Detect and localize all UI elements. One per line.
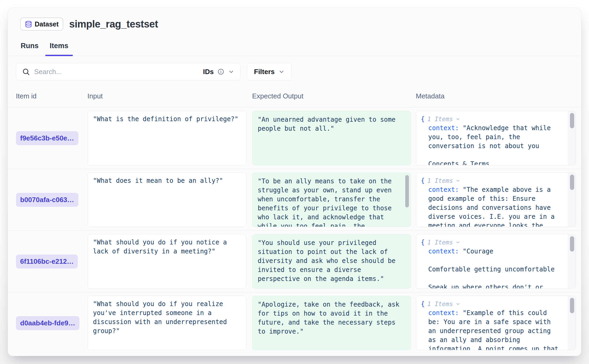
json-body: context: "Courage Comfortable getting un… xyxy=(428,247,561,289)
json-root-line: { 1 Items xyxy=(421,115,576,124)
search-input[interactable] xyxy=(34,68,203,76)
json-key: context xyxy=(428,186,455,193)
info-icon[interactable] xyxy=(217,68,224,75)
dataset-badge-label: Dataset xyxy=(35,20,59,28)
metadata-column: { 1 Items context: "Acknowledge that whi… xyxy=(416,107,576,169)
toolbar: IDs Filters xyxy=(16,63,581,80)
metadata-scrollbar[interactable] xyxy=(568,111,576,165)
scrollbar-thumb[interactable] xyxy=(570,236,574,252)
table-body: f9e56c3b-e50e… "What is the definition o… xyxy=(8,107,581,354)
input-column: "What is the definition of privilege?" xyxy=(87,107,252,169)
metadata-cell[interactable]: { 1 Items context: "The example above is… xyxy=(416,172,576,227)
search-scope-selector[interactable]: IDs xyxy=(203,68,234,76)
json-key: context xyxy=(428,309,455,317)
json-open-brace: { xyxy=(421,115,425,123)
input-cell[interactable]: "What is the definition of privilege?" xyxy=(87,111,246,165)
search-input-container[interactable]: IDs xyxy=(16,63,240,80)
search-scope-label: IDs xyxy=(203,68,214,76)
json-open-brace: { xyxy=(421,300,425,308)
metadata-scrollbar[interactable] xyxy=(568,234,576,288)
chevron-down-icon[interactable] xyxy=(456,302,460,306)
json-body: context: "Acknowledge that while you, to… xyxy=(428,124,561,165)
expected-output-text: "You should use your privileged situatio… xyxy=(258,238,400,283)
json-root-line: { 1 Items xyxy=(421,238,576,247)
json-colon: : xyxy=(455,186,463,193)
json-colon: : xyxy=(455,124,463,132)
expected-output-cell[interactable]: "Apologize, take on the feedback, ask fo… xyxy=(252,296,411,350)
metadata-scrollbar[interactable] xyxy=(568,296,576,350)
dataset-badge[interactable]: Dataset xyxy=(20,17,63,31)
expected-output-cell[interactable]: "An unearned advantage given to some peo… xyxy=(252,111,411,165)
table-row: d0aab4eb-fde9… "What should you do if yo… xyxy=(8,292,581,354)
expected-output-text: "An unearned advantage given to some peo… xyxy=(258,115,400,133)
table-row: b0070afa-c063… "What does it mean to be … xyxy=(8,169,581,231)
json-items-count[interactable]: 1 Items xyxy=(427,177,453,184)
scrollbar-thumb[interactable] xyxy=(570,298,574,313)
metadata-column: { 1 Items context: "Example of this coul… xyxy=(416,292,576,354)
filters-button[interactable]: Filters xyxy=(247,63,292,80)
tab-items[interactable]: Items xyxy=(50,42,69,56)
json-colon: : xyxy=(455,309,463,317)
json-colon: : xyxy=(455,248,463,255)
expected-output-column: "You should use your privileged situatio… xyxy=(252,231,416,292)
json-key: context xyxy=(428,124,455,132)
metadata-cell[interactable]: { 1 Items context: "Courage Comfortable … xyxy=(416,234,576,289)
filters-button-label: Filters xyxy=(254,68,275,76)
scrollbar-thumb[interactable] xyxy=(570,113,574,128)
item-id-badge[interactable]: b0070afa-c063… xyxy=(16,193,78,207)
scrollbar-thumb[interactable] xyxy=(405,175,409,207)
tab-runs[interactable]: Runs xyxy=(21,42,39,56)
metadata-cell[interactable]: { 1 Items context: "Acknowledge that whi… xyxy=(416,111,576,165)
json-root-line: { 1 Items xyxy=(421,299,576,308)
json-items-count[interactable]: 1 Items xyxy=(427,116,453,122)
chevron-down-icon[interactable] xyxy=(456,178,460,183)
expected-output-text: "Apologize, take on the feedback, ask fo… xyxy=(258,300,400,336)
input-column: "What should you do if you notice a lack… xyxy=(87,231,252,292)
item-id-badge[interactable]: d0aab4eb-fde9… xyxy=(16,316,79,330)
search-icon xyxy=(22,68,30,76)
chevron-down-icon[interactable] xyxy=(456,117,460,121)
column-header-input: Input xyxy=(87,92,252,100)
metadata-scrollbar[interactable] xyxy=(568,173,576,227)
expected-output-column: "An unearned advantage given to some peo… xyxy=(252,107,416,169)
chevron-down-icon xyxy=(228,69,234,75)
chevron-down-icon xyxy=(278,69,285,75)
item-id-cell: 6f1106bc-e212… xyxy=(16,231,87,292)
expected-output-cell[interactable]: "You should use your privileged situatio… xyxy=(252,234,411,289)
metadata-column: { 1 Items context: "The example above is… xyxy=(416,169,576,230)
tab-bar: Runs Items xyxy=(8,42,581,56)
input-text: "What should you do if you notice a lack… xyxy=(93,238,240,256)
input-cell[interactable]: "What should you do if you notice a lack… xyxy=(87,234,246,289)
scrollbar-thumb[interactable] xyxy=(570,175,574,190)
expected-output-column: "To be an ally means to take on the stru… xyxy=(252,169,416,230)
input-text: "What does it mean to be an ally?" xyxy=(93,176,240,185)
chevron-down-icon[interactable] xyxy=(456,240,460,245)
input-text: "What is the definition of privilege?" xyxy=(93,115,240,124)
item-id-cell: d0aab4eb-fde9… xyxy=(16,292,87,354)
column-header-item-id: Item id xyxy=(16,92,87,100)
json-open-brace: { xyxy=(421,239,425,246)
json-items-count[interactable]: 1 Items xyxy=(427,301,453,307)
json-body: context: "Example of this could be: You … xyxy=(428,308,561,350)
json-root-line: { 1 Items xyxy=(421,176,576,185)
input-cell[interactable]: "What does it mean to be an ally?" xyxy=(87,172,246,227)
item-id-badge[interactable]: 6f1106bc-e212… xyxy=(16,254,78,269)
table-row: 6f1106bc-e212… "What should you do if yo… xyxy=(8,231,581,292)
json-items-count[interactable]: 1 Items xyxy=(427,239,453,246)
json-body: context: "The example above is a good ex… xyxy=(428,185,561,227)
metadata-cell[interactable]: { 1 Items context: "Example of this coul… xyxy=(416,296,576,350)
dataset-card: Dataset simple_rag_testset Runs Items ID… xyxy=(8,8,581,356)
input-column: "What does it mean to be an ally?" xyxy=(87,169,252,230)
card-header: Dataset simple_rag_testset xyxy=(8,8,581,31)
input-text: "What should you do if you realize you'v… xyxy=(93,299,240,335)
json-key: context xyxy=(428,248,455,255)
expected-output-cell[interactable]: "To be an ally means to take on the stru… xyxy=(252,172,411,227)
item-id-badge[interactable]: f9e56c3b-e50e… xyxy=(16,131,78,145)
database-icon xyxy=(25,21,32,28)
input-column: "What should you do if you realize you'v… xyxy=(87,292,252,354)
expected-output-column: "Apologize, take on the feedback, ask fo… xyxy=(252,292,416,354)
input-cell[interactable]: "What should you do if you realize you'v… xyxy=(87,296,246,350)
item-id-cell: f9e56c3b-e50e… xyxy=(16,107,87,169)
item-id-cell: b0070afa-c063… xyxy=(16,169,87,230)
table-header-row: Item id Input Expected Output Metadata xyxy=(8,92,581,107)
